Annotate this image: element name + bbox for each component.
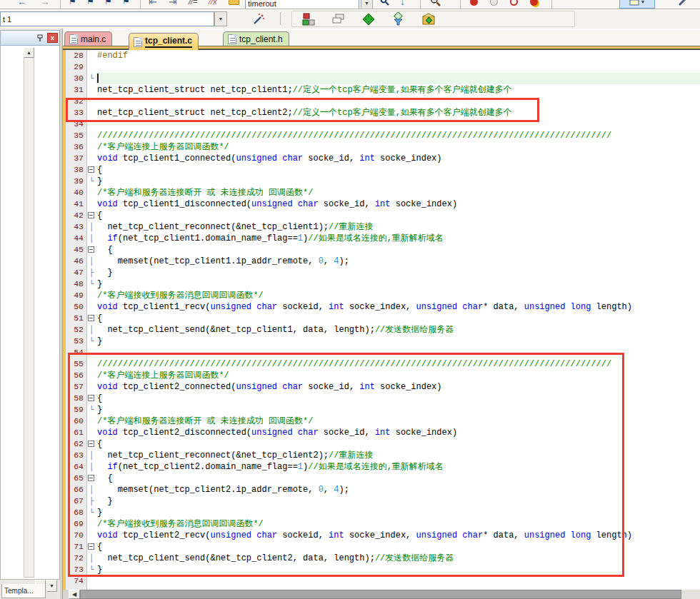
line-number[interactable]: 64 xyxy=(66,461,87,473)
line-number[interactable]: 50 xyxy=(66,301,87,313)
line-number[interactable]: 44 xyxy=(66,233,87,244)
bookmark-next-icon[interactable]: ⚑ xyxy=(104,0,112,9)
code-line[interactable]: 73└} xyxy=(66,564,700,575)
find-in-files-icon[interactable] xyxy=(380,0,390,9)
pen-edit-icon[interactable] xyxy=(677,0,689,9)
code-line[interactable]: 35//////////////////////////////////////… xyxy=(66,130,700,141)
line-number[interactable]: 66 xyxy=(66,484,87,495)
line-number[interactable]: 59 xyxy=(66,404,87,416)
line-number[interactable]: 61 xyxy=(66,427,87,438)
panel-tab-templates[interactable]: Templa... xyxy=(1,584,46,598)
code-line[interactable]: 57void tcp_client2_connected(unsigned ch… xyxy=(66,381,700,393)
unindent-icon[interactable]: ⇤ xyxy=(149,0,157,9)
code-line[interactable]: 43│ net_tcp_client_reconnect(&net_tcp_cl… xyxy=(66,221,700,233)
pack-installer-icon[interactable] xyxy=(419,11,439,27)
line-number[interactable]: 37 xyxy=(66,153,87,164)
line-number[interactable]: 74 xyxy=(66,575,87,587)
line-number[interactable]: 67 xyxy=(66,495,87,507)
code-line[interactable]: 56/*客户端连接上服务器回调函数*/ xyxy=(66,370,700,381)
tab-tcp-client-h[interactable]: tcp_client.h xyxy=(223,31,289,46)
code-line[interactable]: 54 xyxy=(66,347,700,358)
line-number[interactable]: 70 xyxy=(66,530,87,541)
code-line[interactable]: 55//////////////////////////////////////… xyxy=(66,358,700,370)
line-number[interactable]: 73 xyxy=(66,564,87,575)
line-number[interactable]: 31 xyxy=(66,84,87,96)
insert-breakpoint-icon[interactable] xyxy=(470,0,478,9)
code-line[interactable]: 63│ net_tcp_client_reconnect(&net_tcp_cl… xyxy=(66,450,700,461)
build-target-icon[interactable] xyxy=(359,11,379,27)
line-number[interactable]: 69 xyxy=(66,518,87,530)
line-number[interactable]: 51 xyxy=(66,313,87,324)
tab-main-c[interactable]: main.c xyxy=(64,31,112,46)
translate-windows-icon[interactable] xyxy=(329,11,349,27)
code-editor[interactable]: 28#endif2930└31net_tcp_client_struct net… xyxy=(63,50,700,590)
hscroll-track[interactable] xyxy=(80,590,700,599)
line-number[interactable]: 56 xyxy=(66,370,87,381)
disable-breakpoint-icon[interactable] xyxy=(490,0,498,9)
line-number[interactable]: 65 xyxy=(66,473,87,484)
code-line[interactable]: 33net_tcp_client_struct net_tcp_client2;… xyxy=(66,107,700,119)
code-line[interactable]: 67├ } xyxy=(66,495,700,507)
navigate-forward-icon[interactable]: → xyxy=(40,0,50,9)
indent-icon[interactable]: ⇥ xyxy=(169,0,177,9)
line-number[interactable]: 38 xyxy=(66,164,87,176)
line-number[interactable]: 63 xyxy=(66,450,87,461)
line-number[interactable]: 60 xyxy=(66,416,87,427)
line-number[interactable]: 68 xyxy=(66,507,87,518)
bookmark-clear-icon[interactable]: ⚑ xyxy=(122,0,130,9)
code-line[interactable]: 53└} xyxy=(66,336,700,347)
code-line[interactable]: 62{ xyxy=(66,438,700,450)
code-line[interactable]: 59└} xyxy=(66,404,700,416)
line-number[interactable]: 42 xyxy=(66,210,87,221)
close-panel-icon[interactable]: x xyxy=(47,33,58,43)
code-line[interactable]: 69/*客户端接收到服务器消息回调回调函数*/ xyxy=(66,518,700,530)
code-line[interactable]: 61void tcp_client2_disconnected(unsigned… xyxy=(66,427,700,438)
uncomment-selection-icon[interactable]: //x xyxy=(209,0,217,9)
tab-tcp-client-c[interactable]: tcp_client.c xyxy=(129,33,199,50)
code-line[interactable]: 30└ xyxy=(66,73,700,84)
search-icon[interactable] xyxy=(430,0,441,9)
incremental-find-icon[interactable]: ↓ xyxy=(400,0,405,9)
line-number[interactable]: 58 xyxy=(66,393,87,404)
find-text-combobox[interactable]: timerout xyxy=(245,0,359,9)
scroll-up-icon[interactable]: ▲ xyxy=(24,47,34,58)
target-select-combobox[interactable]: t 1 xyxy=(0,11,214,26)
code-line[interactable]: 51{ xyxy=(66,313,700,324)
line-number[interactable]: 41 xyxy=(66,198,87,210)
line-number[interactable]: 46 xyxy=(66,256,87,267)
code-line[interactable]: 45 { xyxy=(66,244,700,256)
code-line[interactable]: 71{ xyxy=(66,541,700,553)
fold-toggle-icon[interactable] xyxy=(87,473,96,484)
line-number[interactable]: 55 xyxy=(66,358,87,370)
code-line[interactable]: 46│ memset(net_tcp_client1.ip_addr_remot… xyxy=(66,256,700,267)
line-number[interactable]: 35 xyxy=(66,130,87,141)
line-number[interactable]: 39 xyxy=(66,176,87,187)
line-number[interactable]: 47 xyxy=(66,267,87,278)
code-line[interactable]: 60/*客户端和服务器连接断开 或 未连接成功 回调函数*/ xyxy=(66,416,700,427)
code-line[interactable]: 48└} xyxy=(66,278,700,290)
templates-panel-scrollbar[interactable]: ▲ xyxy=(24,47,34,578)
find-text-dropdown-button[interactable]: ▼ xyxy=(361,0,373,9)
pin-icon[interactable] xyxy=(35,33,45,43)
bookmark-toggle-icon[interactable]: ⚑ xyxy=(69,0,76,9)
line-number[interactable]: 49 xyxy=(66,290,87,301)
panel-tab-list-icon[interactable]: ▼ xyxy=(46,580,57,592)
hscroll-left-icon[interactable]: ◀ xyxy=(69,590,80,599)
code-line[interactable]: 28#endif xyxy=(66,50,700,61)
fold-toggle-icon[interactable] xyxy=(87,164,96,176)
line-number[interactable]: 62 xyxy=(66,438,87,450)
code-line[interactable]: 29 xyxy=(66,61,700,73)
code-line[interactable]: 49/*客户端接收到服务器消息回调回调函数*/ xyxy=(66,290,700,301)
kill-all-breakpoints-icon[interactable] xyxy=(530,0,538,9)
line-number[interactable]: 54 xyxy=(66,347,87,358)
disable-all-breakpoints-icon[interactable] xyxy=(510,0,518,9)
code-line[interactable]: 32 xyxy=(66,96,700,107)
code-line[interactable]: 64│ if(net_tcp_client2.domain_name_flag=… xyxy=(66,461,700,473)
line-number[interactable]: 32 xyxy=(66,96,87,107)
code-line[interactable]: 37void tcp_client1_connected(unsigned ch… xyxy=(66,153,700,164)
fold-toggle-icon[interactable] xyxy=(87,393,96,404)
editor-hscrollbar[interactable]: ◀ xyxy=(63,590,700,599)
code-line[interactable]: 72│ net_tcp_client_send(&net_tcp_client2… xyxy=(66,553,700,564)
code-line[interactable]: 38{ xyxy=(66,164,700,176)
line-number[interactable]: 43 xyxy=(66,221,87,233)
